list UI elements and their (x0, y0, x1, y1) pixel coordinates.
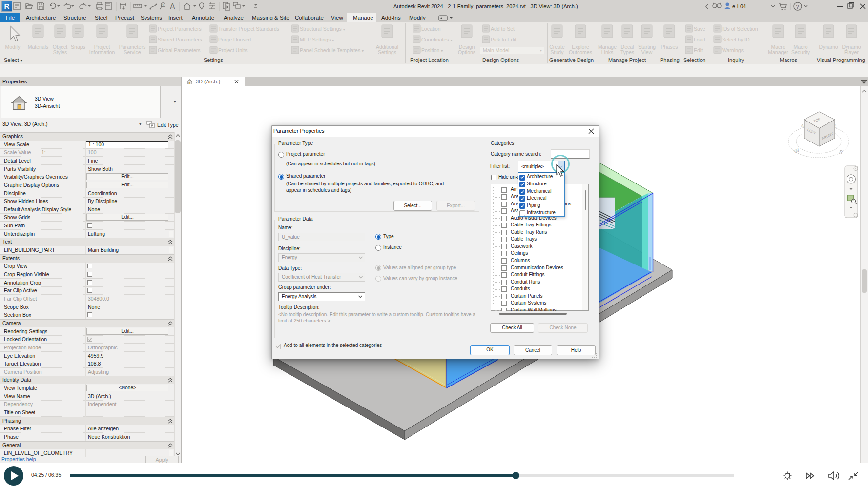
svg-text:W: W (793, 147, 800, 155)
svg-text:A: A (170, 2, 175, 11)
svg-text:S: S (838, 149, 844, 156)
svg-text:?: ? (796, 4, 799, 10)
svg-text:e-L04: e-L04 (732, 3, 746, 9)
